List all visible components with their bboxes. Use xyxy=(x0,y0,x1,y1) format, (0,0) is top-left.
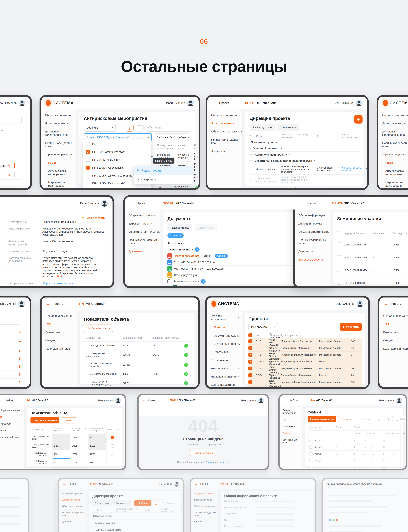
back-icon[interactable]: ← xyxy=(0,399,3,402)
person-row[interactable]: *Директор проекта Инженер по календарно-… xyxy=(250,164,360,174)
table-row[interactable]: 2. Общая площадь (кв.м) 27222 17231 1723… xyxy=(31,442,119,450)
sidebar-item[interactable]: Полный календарный план xyxy=(211,138,242,145)
sidebar-item[interactable]: Показатели xyxy=(0,422,25,425)
row-menu-icon[interactable]: ⋮ xyxy=(196,164,200,170)
object-links[interactable]: Объект1, объект2, объект3 xyxy=(342,165,366,173)
table-row[interactable]: Корпус 3 1 1 15 1 17 2 xyxy=(308,450,400,457)
table-row[interactable]: П-12 ЖК "Северный", улица Сергея Макеева… xyxy=(248,338,362,345)
value-cell[interactable]: 27222 xyxy=(52,450,70,458)
sidebar-item[interactable]: Общая информация xyxy=(211,114,242,117)
table-row[interactable]: ПР-67 ЖК "Северный", улица Сергея Макеев… xyxy=(248,379,362,385)
table-row[interactable]: 2.1.1. Высота суммарная (кв.м) 27222 - xyxy=(84,378,191,388)
value-cell[interactable]: 27222 xyxy=(52,442,70,450)
filter-chip[interactable]: Срочно✕ xyxy=(168,233,184,238)
table-row[interactable]: 2.1.1. Площадь участка (кв.м) 27222 1723… xyxy=(31,466,119,470)
edit-icon[interactable]: ✎ xyxy=(367,166,369,172)
sidebar-item[interactable]: Общая информация xyxy=(383,314,408,318)
sidebar-item[interactable]: Дирекция проекта xyxy=(129,222,160,225)
option-checkbox[interactable] xyxy=(86,150,90,154)
value-cell[interactable]: 27222 xyxy=(52,458,70,466)
logo[interactable]: СИСТЕМА xyxy=(46,100,74,106)
projects-link[interactable]: проектов xyxy=(220,461,229,463)
table-row[interactable]: ПР-54 ЖК "Лесной", Трубная улица, 23к2 В… xyxy=(248,345,362,351)
edit-icon[interactable]: ✎ xyxy=(8,164,14,168)
option-checkbox[interactable] xyxy=(86,142,90,146)
download-button[interactable]: ↓ xyxy=(126,124,134,132)
logo[interactable]: СИСТЕМА xyxy=(212,301,239,307)
table-row[interactable]: 12:34:0100001:123456 - 13 488 Для компле… xyxy=(337,264,408,276)
user-menu[interactable]: Иван Смирнов xyxy=(379,398,402,403)
back-icon[interactable]: ← xyxy=(284,399,287,402)
sidebar-item[interactable]: Мероприятия реагирования xyxy=(382,181,408,187)
table-row[interactable]: 2.1. Площадь участка (кв.м) 27222 17231 … xyxy=(31,450,119,458)
table-row[interactable]: ПР-108 ЖК "Восточный", Очаковское шоссе,… xyxy=(248,385,362,389)
table-row[interactable]: 2.2. Высота пристройки (м) 4356 17231 xyxy=(84,370,191,378)
search-input[interactable]: Поиск... xyxy=(161,500,178,506)
dropdown-option[interactable]: ПР-034 ЖК "Римский" xyxy=(83,156,151,164)
table-row[interactable]: 2.1.2. Высота без учета доп. секций (кв.… xyxy=(84,388,191,389)
row-menu-icon[interactable]: ⋮ xyxy=(18,372,21,376)
sidebar-item[interactable]: Полный календарный план xyxy=(62,511,86,516)
document-label[interactable]: ЗНИ_ЖК "Лесной"_12.08.2021.doc xyxy=(174,261,216,264)
add-icon[interactable]: + xyxy=(19,339,21,344)
sidebar-item[interactable]: Объекты управления xyxy=(211,334,242,337)
projects-filter-select[interactable]: Все проекты▾ xyxy=(248,323,278,331)
row-checkbox[interactable] xyxy=(248,339,252,343)
document-label[interactable]: Фото корпуса 1.jpg xyxy=(174,274,197,277)
row-menu-icon[interactable]: ⋮ xyxy=(18,364,21,368)
add-button[interactable]: + Добавить xyxy=(134,500,151,506)
sidebar-item[interactable]: Документы xyxy=(211,150,242,153)
menu-item-edit[interactable]: ✎Редактировать xyxy=(134,166,193,175)
sidebar-item[interactable]: Объекты строительства xyxy=(62,505,86,507)
sidebar-item[interactable]: Управление рисками› xyxy=(382,153,408,156)
value-cell[interactable]: 27222 xyxy=(52,467,70,470)
sidebar-item[interactable]: Статус-отчеты xyxy=(211,359,242,362)
sidebar-item[interactable]: Коммуникации› xyxy=(211,367,242,370)
group-row[interactable]: Проектная группа▾ xyxy=(92,512,178,519)
user-menu[interactable]: Иван Смирнов xyxy=(335,100,362,106)
sidebar-item[interactable]: ТЭП xyxy=(383,322,408,326)
value-cell[interactable]: 27222 xyxy=(52,434,70,442)
table-row[interactable]: Корпус 2 2 1 15 1 17 2 xyxy=(308,443,400,450)
user-menu[interactable]: Иван Смирнов xyxy=(0,100,26,106)
objects-link[interactable]: объектов xyxy=(205,461,214,463)
row-checkbox[interactable] xyxy=(337,268,341,272)
back-icon[interactable]: ← xyxy=(63,482,66,486)
user-menu[interactable]: Иван Смирнов xyxy=(166,100,194,106)
sidebar-item[interactable]: Управление рисками› xyxy=(45,153,76,156)
row-checkbox[interactable] xyxy=(309,466,313,469)
go-home-button[interactable]: Перейти на главную xyxy=(190,450,216,456)
row-checkbox[interactable] xyxy=(309,459,313,462)
sidebar-item[interactable]: Секции xyxy=(383,339,408,342)
sidebar-item[interactable]: Полный календарный план xyxy=(194,511,218,516)
sidebar-item[interactable]: Объекты строительства xyxy=(298,230,330,233)
table-row[interactable]: ПР-67 ЖК "Северный", улица Сергея Макеев… xyxy=(248,351,362,358)
user-menu[interactable]: Иван Смирнов xyxy=(336,300,363,307)
row-checkbox[interactable] xyxy=(337,281,341,285)
select-all-checkbox[interactable] xyxy=(309,426,313,429)
row-menu-icon[interactable]: ⋮ xyxy=(196,175,200,180)
table-row[interactable]: Корпус 1 1 1 15 1 17 2 xyxy=(308,437,400,443)
user-menu[interactable]: Иван Смирнов xyxy=(80,200,108,207)
table-row[interactable]: П-12 ЖК "Северный", улица Сергея Макеева… xyxy=(248,365,362,372)
sidebar-item[interactable]: Общая информация xyxy=(282,409,302,414)
option-checkbox[interactable] xyxy=(86,182,90,185)
sidebar-item[interactable]: Дирекция проекта xyxy=(382,122,408,125)
sidebar-item[interactable]: Показатели xyxy=(383,331,408,334)
group-row[interactable]: ●Основной периметр▾ xyxy=(92,519,178,526)
sidebar-item[interactable]: Детальный календарный план xyxy=(45,130,76,136)
search-input[interactable]: Поиск... xyxy=(146,124,191,132)
priority-checkbox[interactable] xyxy=(111,470,114,470)
add-project-button[interactable]: + Добавить xyxy=(340,323,362,331)
option-checkbox[interactable] xyxy=(86,166,90,170)
document-label[interactable]: Вложенная папка xyxy=(174,280,196,283)
sidebar-item[interactable]: Внутренние проекты xyxy=(211,342,242,346)
sidebar-item[interactable]: Объекты строительства xyxy=(194,505,218,507)
sidebar-item[interactable]: Документы xyxy=(62,520,86,523)
document-label[interactable]: Паспорт проекта.mpp xyxy=(179,286,206,288)
sidebar-item[interactable]: Показатели xyxy=(282,425,302,428)
sidebar-item[interactable]: Общая информация xyxy=(194,492,218,495)
menu-item-copy[interactable]: ⧉Копировать xyxy=(134,175,193,184)
table-row[interactable]: Корпус 5 1 1 15 1 17 2 xyxy=(308,464,400,470)
delete-icon[interactable] xyxy=(14,164,15,168)
